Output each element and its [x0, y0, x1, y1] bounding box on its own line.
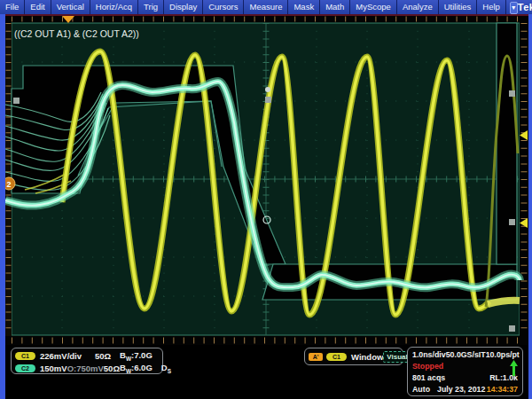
menu-bar: FileEditVerticalHoriz/AcqTrigDisplayCurs…	[0, 0, 532, 14]
oscilloscope-screen: FileEditVerticalHoriz/AcqTrigDisplayCurs…	[0, 0, 532, 399]
acq-count-row: 801 acqs RL:1.0k	[412, 372, 518, 383]
menu-item-help[interactable]: Help	[477, 0, 506, 14]
tek-logo: Tek	[518, 0, 532, 14]
trigger-mode: Auto	[412, 385, 430, 394]
resolution: 10.0ps/pt	[486, 350, 520, 359]
menu-item-edit[interactable]: Edit	[25, 0, 51, 14]
ch2-readout-row[interactable]: C2 150mV O:750mV 50Ω BW:6.0G DS	[15, 362, 159, 374]
ch2-dsp-indicator: DS	[161, 363, 171, 374]
acq-date-row: Auto July 23, 2012 14:34:37	[412, 383, 518, 395]
sampling-mode: IT	[479, 350, 486, 359]
menu-item-file[interactable]: File	[0, 0, 25, 14]
window-border-left	[0, 14, 5, 399]
trigger-type: Window	[351, 352, 383, 362]
window-border-right	[528, 14, 532, 399]
waveform-display: 2 ((C2 OUT A1) & (C2 OUT A2))	[0, 16, 532, 346]
date-label: July 23, 2012	[437, 385, 485, 394]
c1-low-band-right	[488, 301, 520, 304]
ch1-scale: 226mV/div	[40, 351, 95, 361]
menu-item-myscope[interactable]: MyScope	[350, 0, 397, 14]
ch1-badge: C1	[15, 352, 35, 360]
menu-item-horiz-acq[interactable]: Horiz/Acq	[90, 0, 138, 14]
menu-item-analyze[interactable]: Analyze	[397, 0, 439, 14]
ch2-scale: 150mV	[40, 364, 67, 373]
menu-item-vertical[interactable]: Vertical	[51, 0, 90, 14]
ch2-badge: C2	[15, 364, 35, 372]
menu-item-math[interactable]: Math	[320, 0, 350, 14]
acquisition-count: 801 acqs	[412, 373, 445, 382]
readout-bar: C1 226mV/div 50Ω BW:7.0G C2 150mV O:750m…	[0, 346, 532, 399]
acq-status-row: Stopped	[412, 360, 518, 372]
mask-area-right[interactable]	[497, 23, 517, 264]
menu-more-button[interactable]: ▼	[510, 2, 518, 14]
menu-item-utilities[interactable]: Utilities	[439, 0, 478, 14]
trigger-source-badge: C1	[326, 353, 347, 361]
horizontal-readout-row: 1.0ns/div 50.0GS/s IT 10.0ps/pt	[412, 348, 518, 360]
trigger-readout-panel[interactable]: A' C1 Window Visual	[304, 348, 403, 365]
vertical-readout-panel[interactable]: C1 226mV/div 50Ω BW:7.0G C2 150mV O:750m…	[11, 348, 163, 374]
ch2-bandwidth: BW:6.0G	[120, 363, 153, 374]
menu-item-trig[interactable]: Trig	[138, 0, 164, 14]
acq-activity-arrow-icon	[510, 360, 518, 376]
time-label: 14:34:37	[487, 385, 518, 394]
ch1-impedance: 50Ω	[95, 351, 120, 361]
menu-item-mask[interactable]: Mask	[288, 0, 320, 14]
horizontal-acq-panel[interactable]: 1.0ns/div 50.0GS/s IT 10.0ps/pt Stopped …	[407, 347, 523, 396]
visual-trigger-equation: ((C2 OUT A1) & (C2 OUT A2))	[14, 28, 139, 39]
menu-items: FileEditVerticalHoriz/AcqTrigDisplayCurs…	[0, 0, 506, 14]
trigger-event-badge: A'	[309, 353, 323, 361]
ch2-offset: O:750mV	[67, 364, 104, 373]
channel2-marker-label: 2	[6, 180, 11, 189]
menu-item-cursors[interactable]: Cursors	[203, 0, 244, 14]
ch1-readout-row[interactable]: C1 226mV/div 50Ω BW:7.0G	[15, 349, 159, 362]
menu-item-measure[interactable]: Measure	[244, 0, 288, 14]
sample-rate: 50.0GS/s	[446, 350, 479, 359]
horizontal-scale: 1.0ns/div	[412, 350, 446, 359]
menu-item-display[interactable]: Display	[164, 0, 203, 14]
ch2-impedance: 50Ω	[104, 364, 120, 373]
ch1-bandwidth: BW:7.0G	[120, 350, 153, 362]
acquisition-status: Stopped	[412, 362, 443, 371]
